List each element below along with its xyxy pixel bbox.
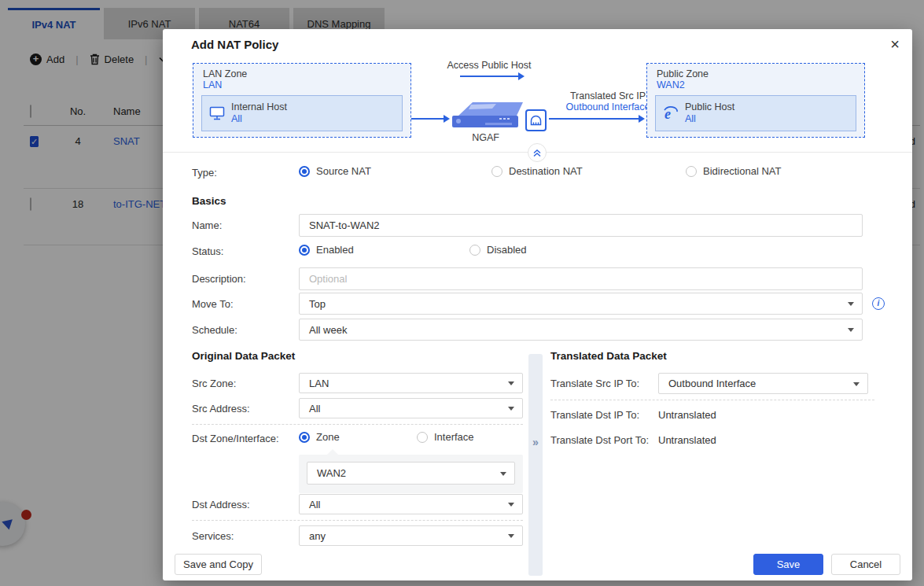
radio-off-icon bbox=[491, 166, 502, 177]
original-data-packet-heading: Original Data Packet bbox=[192, 350, 295, 362]
lan-zone-box: LAN Zone LAN Internal HostAll bbox=[193, 63, 411, 138]
radio-on-icon bbox=[299, 432, 310, 443]
caret-down-icon bbox=[508, 407, 514, 411]
src-zone-select[interactable]: LAN bbox=[299, 373, 523, 393]
radio-disabled-label: Disabled bbox=[487, 244, 527, 256]
radio-interface-label: Interface bbox=[434, 431, 474, 443]
double-chevron-up-icon bbox=[532, 148, 542, 157]
add-nat-policy-dialog: Add NAT Policy × LAN Zone LAN Internal H… bbox=[163, 29, 912, 580]
src-zone-value: LAN bbox=[309, 378, 329, 389]
flow-arrow bbox=[411, 118, 448, 120]
public-zone-value: WAN2 bbox=[657, 79, 864, 90]
access-arrow bbox=[460, 76, 523, 77]
services-label: Services: bbox=[192, 530, 234, 542]
schedule-select[interactable]: All week bbox=[299, 319, 863, 341]
radio-on-icon bbox=[299, 245, 310, 256]
radio-bidirectional-nat-label: Bidirectional NAT bbox=[703, 165, 781, 177]
public-host-value: All bbox=[685, 113, 734, 125]
dst-zone-select[interactable]: WAN2 bbox=[307, 462, 515, 485]
move-to-label: Move To: bbox=[192, 298, 234, 310]
collapse-diagram-button[interactable] bbox=[528, 143, 547, 162]
translate-dst-port-label: Translate Dst Port To: bbox=[550, 434, 649, 446]
radio-bidirectional-nat[interactable]: Bidirectional NAT bbox=[686, 165, 781, 177]
type-label: Type: bbox=[192, 167, 217, 179]
cancel-button[interactable]: Cancel bbox=[831, 554, 900, 575]
internet-explorer-icon: e bbox=[663, 105, 679, 121]
radio-enabled[interactable]: Enabled bbox=[299, 244, 354, 256]
radio-off-icon bbox=[469, 245, 480, 256]
lan-zone-title: LAN Zone bbox=[203, 68, 410, 79]
status-label: Status: bbox=[192, 245, 223, 257]
internal-host-box: Internal HostAll bbox=[201, 95, 403, 131]
translate-src-ip-select[interactable]: Outbound Interface bbox=[658, 373, 868, 394]
access-public-host-label: Access Public Host bbox=[422, 60, 556, 71]
dst-zone-interface-label: Dst Zone/Interface: bbox=[192, 433, 279, 444]
dst-address-label: Dst Address: bbox=[192, 499, 250, 510]
description-placeholder: Optional bbox=[309, 273, 347, 285]
dashed-divider bbox=[192, 520, 523, 521]
panel-notch bbox=[327, 449, 338, 460]
screen: IPv4 NAT IPv6 NAT NAT64 DNS Mapping + Ad… bbox=[0, 0, 924, 586]
close-icon[interactable]: × bbox=[885, 34, 905, 54]
lan-zone-value: LAN bbox=[203, 79, 410, 90]
name-label: Name: bbox=[192, 219, 222, 231]
radio-source-nat-label: Source NAT bbox=[316, 165, 371, 177]
radio-zone[interactable]: Zone bbox=[299, 431, 340, 443]
radio-on-icon bbox=[299, 166, 310, 177]
monitor-icon bbox=[209, 106, 225, 120]
double-chevron-right-icon[interactable]: » bbox=[529, 436, 542, 448]
public-zone-box: Public Zone WAN2 e Public HostAll bbox=[646, 63, 865, 138]
name-input-value: SNAT-to-WAN2 bbox=[309, 219, 380, 231]
dashed-divider bbox=[192, 424, 523, 425]
services-select[interactable]: any bbox=[299, 525, 523, 546]
panel-splitter[interactable]: » bbox=[528, 354, 543, 576]
dst-address-value: All bbox=[309, 499, 320, 510]
schedule-label: Schedule: bbox=[192, 324, 237, 336]
dialog-title: Add NAT Policy bbox=[191, 38, 278, 51]
ngaf-device-label: NGAF bbox=[447, 132, 524, 143]
cancel-label: Cancel bbox=[850, 558, 882, 570]
ethernet-port-icon bbox=[525, 109, 547, 131]
public-zone-title: Public Zone bbox=[657, 68, 864, 79]
translated-data-packet-heading: Translated Data Packet bbox=[550, 350, 667, 362]
radio-enabled-label: Enabled bbox=[316, 244, 354, 256]
radio-off-icon bbox=[417, 432, 428, 443]
internal-host-title: Internal Host bbox=[231, 101, 287, 113]
radio-disabled[interactable]: Disabled bbox=[469, 244, 527, 256]
info-icon[interactable]: i bbox=[872, 297, 885, 310]
save-button[interactable]: Save bbox=[753, 554, 823, 575]
dst-zone-panel: WAN2 bbox=[299, 455, 523, 493]
translate-dst-ip-value: Untranslated bbox=[658, 409, 716, 421]
caret-down-icon bbox=[848, 302, 854, 306]
translate-dst-ip-label: Translate Dst IP To: bbox=[550, 409, 639, 421]
radio-zone-label: Zone bbox=[316, 431, 340, 443]
save-label: Save bbox=[777, 558, 801, 570]
save-and-copy-button[interactable]: Save and Copy bbox=[175, 554, 262, 575]
description-label: Description: bbox=[192, 273, 246, 285]
translate-dst-port-value: Untranslated bbox=[658, 434, 716, 446]
caret-down-icon bbox=[500, 472, 506, 476]
save-and-copy-label: Save and Copy bbox=[183, 558, 253, 570]
radio-destination-nat-label: Destination NAT bbox=[509, 165, 583, 177]
src-zone-label: Src Zone: bbox=[192, 378, 236, 389]
caret-down-icon bbox=[853, 382, 860, 386]
ngaf-device-image bbox=[447, 95, 524, 134]
services-value: any bbox=[309, 530, 326, 542]
radio-source-nat[interactable]: Source NAT bbox=[299, 165, 371, 177]
public-host-box: e Public HostAll bbox=[655, 95, 856, 131]
src-address-select[interactable]: All bbox=[299, 398, 523, 418]
radio-interface[interactable]: Interface bbox=[417, 431, 474, 443]
radio-off-icon bbox=[686, 166, 697, 177]
internal-host-value: All bbox=[231, 113, 287, 125]
translate-src-ip-label: Translate Src IP To: bbox=[550, 378, 639, 389]
move-to-select[interactable]: Top bbox=[299, 293, 863, 315]
description-input[interactable]: Optional bbox=[299, 267, 863, 290]
public-host-title: Public Host bbox=[685, 101, 734, 113]
move-to-value: Top bbox=[309, 298, 326, 310]
name-input[interactable]: SNAT-to-WAN2 bbox=[299, 214, 863, 237]
caret-down-icon bbox=[508, 503, 514, 507]
dst-address-select[interactable]: All bbox=[299, 494, 523, 514]
translated-arrow bbox=[549, 118, 643, 120]
radio-destination-nat[interactable]: Destination NAT bbox=[491, 165, 583, 177]
schedule-value: All week bbox=[309, 324, 347, 336]
